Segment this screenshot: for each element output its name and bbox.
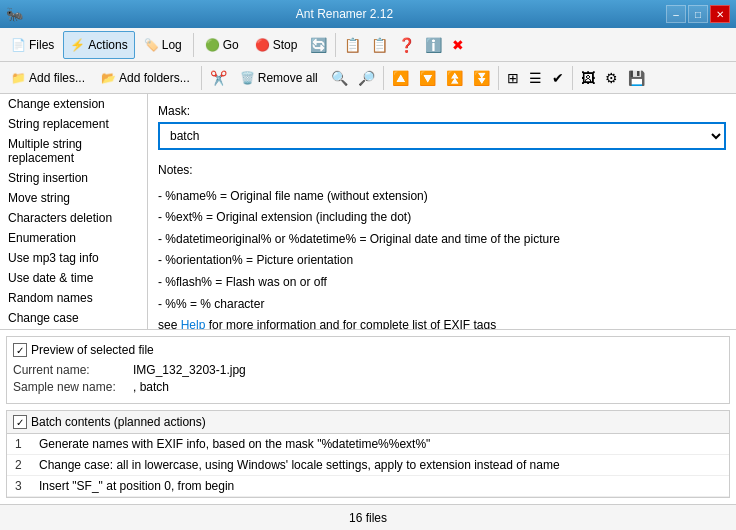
- go-icon: 🟢: [205, 38, 220, 52]
- refresh-icon[interactable]: 🔄: [306, 35, 331, 55]
- grid-icon[interactable]: ⊞: [503, 68, 523, 88]
- sidebar-item-enumeration[interactable]: Enumeration: [0, 228, 147, 248]
- separator-6: [572, 66, 573, 90]
- batch-row-2: 2 Change case: all in lowercase, using W…: [7, 455, 729, 476]
- up-icon[interactable]: 🔼: [388, 68, 413, 88]
- sample-name-value: , batch: [133, 380, 169, 394]
- files-icon: 📄: [11, 38, 26, 52]
- batch-text-3: Insert "SF_" at position 0, from begin: [39, 479, 721, 493]
- batch-num-1: 1: [15, 437, 39, 451]
- notes-line-3: - %datetimeoriginal% or %datetime% = Ori…: [158, 229, 726, 251]
- cut-icon[interactable]: ✂️: [206, 68, 231, 88]
- help-icon[interactable]: ❓: [394, 35, 419, 55]
- preview-header: ✓ Preview of selected file: [13, 343, 723, 357]
- sidebar-item-use-date-time[interactable]: Use date & time: [0, 268, 147, 288]
- close-button[interactable]: ✕: [710, 5, 730, 23]
- image-icon[interactable]: 🖼: [577, 68, 599, 88]
- batch-checkbox[interactable]: ✓: [13, 415, 27, 429]
- files-button[interactable]: 📄 Files: [4, 31, 61, 59]
- batch-text-1: Generate names with EXIF info, based on …: [39, 437, 721, 451]
- batch-header: ✓ Batch contents (planned actions): [7, 411, 729, 434]
- preview-section: ✓ Preview of selected file Current name:…: [6, 336, 730, 404]
- stop-icon: 🔴: [255, 38, 270, 52]
- sample-name-label: Sample new name:: [13, 380, 123, 394]
- window-title: Ant Renamer 2.12: [23, 7, 666, 21]
- up-fast-icon[interactable]: ⏫: [442, 68, 467, 88]
- mask-label: Mask:: [158, 104, 726, 118]
- notes-label: Notes:: [158, 160, 726, 182]
- sidebar-item-change-extension[interactable]: Change extension: [0, 94, 147, 114]
- check-icon[interactable]: ✔: [548, 68, 568, 88]
- batch-text-2: Change case: all in lowercase, using Win…: [39, 458, 721, 472]
- sidebar-item-multiple-string-replacement[interactable]: Multiple string replacement: [0, 134, 147, 168]
- separator-5: [498, 66, 499, 90]
- help-link[interactable]: Help: [181, 318, 206, 329]
- log-icon: 🏷️: [144, 38, 159, 52]
- batch-row-3: 3 Insert "SF_" at position 0, from begin: [7, 476, 729, 497]
- separator-3: [201, 66, 202, 90]
- down-fast-icon[interactable]: ⏬: [469, 68, 494, 88]
- current-name-value: IMG_132_3203-1.jpg: [133, 363, 246, 377]
- sidebar-item-use-mp3-tag-info[interactable]: Use mp3 tag info: [0, 248, 147, 268]
- batch-row-1: 1 Generate names with EXIF info, based o…: [7, 434, 729, 455]
- filter-icon[interactable]: 🔎: [354, 68, 379, 88]
- minimize-button[interactable]: –: [666, 5, 686, 23]
- notes-line-6: - %% = % character: [158, 294, 726, 316]
- title-bar: 🐜 Ant Renamer 2.12 – □ ✕: [0, 0, 736, 28]
- sidebar-item-random-names[interactable]: Random names: [0, 288, 147, 308]
- actions-button[interactable]: ⚡ Actions: [63, 31, 134, 59]
- info-icon[interactable]: ℹ️: [421, 35, 446, 55]
- save-icon[interactable]: 💾: [624, 68, 649, 88]
- sidebar-item-characters-deletion[interactable]: Characters deletion: [0, 208, 147, 228]
- sidebar-item-string-replacement[interactable]: String replacement: [0, 114, 147, 134]
- batch-num-2: 2: [15, 458, 39, 472]
- copy-icon[interactable]: 📋: [340, 35, 365, 55]
- main-toolbar: 📄 Files ⚡ Actions 🏷️ Log 🟢 Go 🔴 Stop 🔄 📋…: [0, 28, 736, 62]
- add-folders-icon: 📂: [101, 71, 116, 85]
- current-name-row: Current name: IMG_132_3203-1.jpg: [13, 363, 723, 377]
- batch-header-label: Batch contents (planned actions): [31, 415, 206, 429]
- window-controls: – □ ✕: [666, 5, 730, 23]
- notes-section: Notes: - %name% = Original file name (wi…: [158, 160, 726, 329]
- notes-line-7: see Help for more information and for co…: [158, 315, 726, 329]
- current-name-label: Current name:: [13, 363, 123, 377]
- status-text: 16 files: [349, 511, 387, 525]
- stop-button[interactable]: 🔴 Stop: [248, 31, 305, 59]
- file-toolbar: 📁 Add files... 📂 Add folders... ✂️ 🗑️ Re…: [0, 62, 736, 94]
- log-button[interactable]: 🏷️ Log: [137, 31, 189, 59]
- down-icon[interactable]: 🔽: [415, 68, 440, 88]
- sample-name-row: Sample new name: , batch: [13, 380, 723, 394]
- batch-num-3: 3: [15, 479, 39, 493]
- separator-1: [193, 33, 194, 57]
- separator-2: [335, 33, 336, 57]
- mask-select-wrapper: batch: [158, 122, 726, 150]
- notes-line-5: - %flash% = Flash was on or off: [158, 272, 726, 294]
- mask-select[interactable]: batch: [158, 122, 726, 150]
- status-bar: 16 files: [0, 504, 736, 530]
- remove-all-button[interactable]: 🗑️ Remove all: [233, 65, 325, 91]
- sidebar: Change extension String replacement Mult…: [0, 94, 148, 329]
- app-icon: 🐜: [6, 6, 23, 22]
- preview-label: Preview of selected file: [31, 343, 154, 357]
- notes-line-4: - %orientation% = Picture orientation: [158, 250, 726, 272]
- batch-section: ✓ Batch contents (planned actions) 1 Gen…: [6, 410, 730, 498]
- sidebar-item-change-case[interactable]: Change case: [0, 308, 147, 328]
- go-button[interactable]: 🟢 Go: [198, 31, 246, 59]
- sidebar-item-string-insertion[interactable]: String insertion: [0, 168, 147, 188]
- maximize-button[interactable]: □: [688, 5, 708, 23]
- delete-icon[interactable]: ✖: [448, 35, 468, 55]
- list-icon[interactable]: ☰: [525, 68, 546, 88]
- remove-all-icon: 🗑️: [240, 71, 255, 85]
- add-files-icon: 📁: [11, 71, 26, 85]
- notes-line-1: - %name% = Original file name (without e…: [158, 186, 726, 208]
- sidebar-item-move-string[interactable]: Move string: [0, 188, 147, 208]
- add-files-button[interactable]: 📁 Add files...: [4, 65, 92, 91]
- preview-checkbox[interactable]: ✓: [13, 343, 27, 357]
- bottom-panel: ✓ Preview of selected file Current name:…: [0, 329, 736, 504]
- settings-icon[interactable]: ⚙: [601, 68, 622, 88]
- notes-line-2: - %ext% = Original extension (including …: [158, 207, 726, 229]
- separator-4: [383, 66, 384, 90]
- add-folders-button[interactable]: 📂 Add folders...: [94, 65, 197, 91]
- paste-icon[interactable]: 📋: [367, 35, 392, 55]
- search-icon[interactable]: 🔍: [327, 68, 352, 88]
